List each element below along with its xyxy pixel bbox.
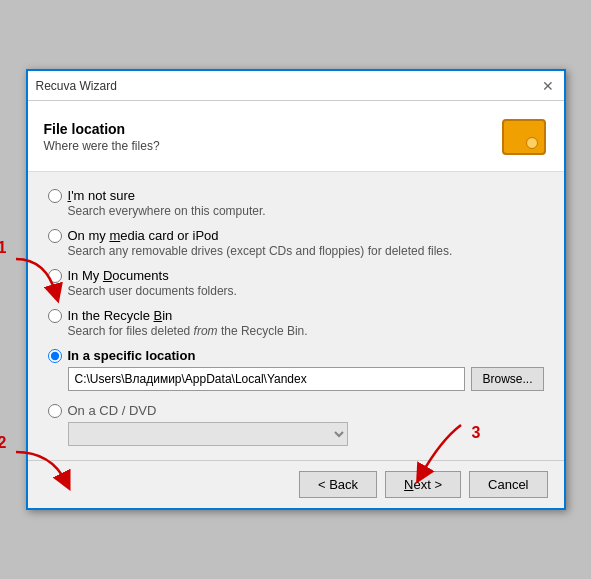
not-sure-desc: Search everywhere on this computer. (68, 204, 544, 218)
window-title: Recuva Wizard (36, 79, 117, 93)
location-input[interactable] (68, 367, 466, 391)
header: File location Where were the files? (28, 101, 564, 172)
arrow-3 (411, 420, 471, 490)
recycle-bin-desc: Search for files deleted from the Recycl… (68, 324, 544, 338)
option-specific-location-label[interactable]: In a specific location (48, 348, 544, 363)
option-media-card: On my media card or iPod Search any remo… (48, 228, 544, 264)
browse-button[interactable]: Browse... (471, 367, 543, 391)
option-media-card-label[interactable]: On my media card or iPod (48, 228, 544, 243)
header-text: File location Where were the files? (44, 121, 160, 153)
header-subtitle: Where were the files? (44, 139, 160, 153)
radio-not-sure[interactable] (48, 189, 62, 203)
option-recycle-bin-label[interactable]: In the Recycle Bin (48, 308, 544, 323)
option-recycle-bin: In the Recycle Bin Search for files dele… (48, 308, 544, 344)
option-specific-location: In a specific location Browse... (48, 348, 544, 399)
content-area: I'm not sure Search everywhere on this c… (28, 172, 564, 460)
specific-location-text: In a specific location (68, 348, 196, 363)
titlebar: Recuva Wizard ✕ (28, 71, 564, 101)
arrow-1 (6, 254, 66, 314)
footer: < Back Next > Cancel (28, 460, 564, 508)
my-documents-text: In My Documents (68, 268, 169, 283)
option-my-documents-label[interactable]: In My Documents (48, 268, 544, 283)
specific-location-row: Browse... (68, 367, 544, 391)
hard-drive-icon (502, 119, 546, 155)
cancel-button[interactable]: Cancel (469, 471, 547, 498)
option-my-documents: In My Documents Search user documents fo… (48, 268, 544, 304)
my-documents-desc: Search user documents folders. (68, 284, 544, 298)
radio-cd-dvd[interactable] (48, 404, 62, 418)
dialog: Recuva Wizard ✕ File location Where were… (26, 69, 566, 510)
media-card-text: On my media card or iPod (68, 228, 219, 243)
radio-media-card[interactable] (48, 229, 62, 243)
close-button[interactable]: ✕ (540, 79, 556, 93)
cd-dvd-select[interactable] (68, 422, 348, 446)
recycle-bin-text: In the Recycle Bin (68, 308, 173, 323)
annotation-3: 3 (472, 424, 481, 442)
radio-group: I'm not sure Search everywhere on this c… (48, 188, 544, 450)
header-title: File location (44, 121, 160, 137)
hdd-icon-container (500, 113, 548, 161)
option-not-sure-label[interactable]: I'm not sure (48, 188, 544, 203)
not-sure-text: I'm not sure (68, 188, 136, 203)
option-cd-dvd-label[interactable]: On a CD / DVD (48, 403, 544, 418)
media-card-desc: Search any removable drives (except CDs … (68, 244, 544, 258)
back-button[interactable]: < Back (299, 471, 377, 498)
radio-specific-location[interactable] (48, 349, 62, 363)
arrow-2 (6, 447, 76, 502)
cd-dvd-text: On a CD / DVD (68, 403, 157, 418)
option-not-sure: I'm not sure Search everywhere on this c… (48, 188, 544, 224)
